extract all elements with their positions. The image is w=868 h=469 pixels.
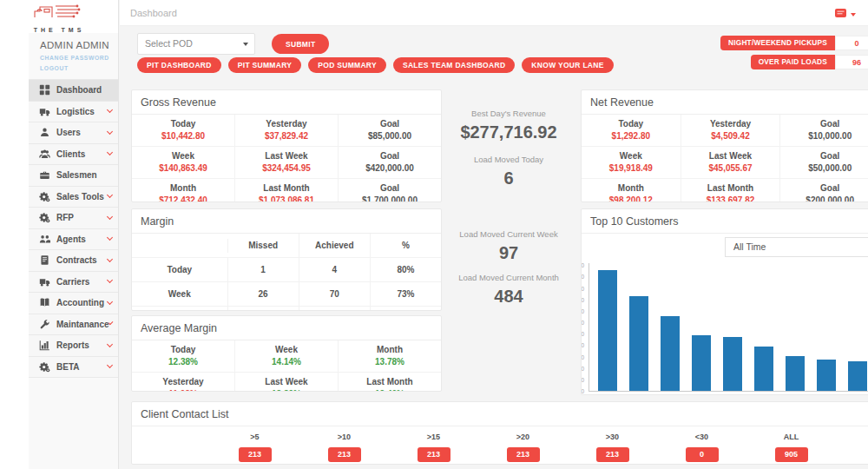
bar (754, 347, 773, 391)
sidebar-item-clients[interactable]: Clients (29, 143, 118, 165)
bucket-count-button[interactable]: 213 (596, 447, 629, 462)
chevron-down-icon (107, 234, 113, 241)
gears-icon (39, 361, 50, 373)
achieved-value: 4 (299, 258, 371, 281)
sidebar-item-maintanance[interactable]: Maintanance (29, 314, 118, 335)
sidebar-item-reports[interactable]: Reports (29, 334, 118, 356)
cell-value: $50,000.00 (780, 163, 868, 173)
sidebar-item-beta[interactable]: BETA (29, 356, 118, 378)
bucket-count-button[interactable]: 905 (775, 447, 808, 462)
cell-value: $712,432.40 (132, 195, 234, 202)
table-cell: Goal$50,000.00 (780, 147, 868, 178)
card-title: Client Contact List (132, 402, 868, 426)
percent-value: 73% (371, 307, 441, 311)
sidebar-item-agents[interactable]: Agents (29, 228, 118, 250)
table-cell: Month13.78% (339, 340, 441, 372)
table-row: Week267073% (132, 282, 441, 307)
pit-summary-button[interactable]: PIT SUMMARY (228, 57, 302, 73)
card-title: Average Margin (132, 316, 441, 340)
stat-value: $277,716.92 (439, 122, 578, 142)
sidebar-item-dashboard[interactable]: Dashboard (29, 79, 118, 101)
messages-menu[interactable] (835, 7, 856, 23)
table-cell: Month$712,432.40 (132, 179, 235, 202)
people-icon (39, 234, 50, 245)
sidebar-item-rfp[interactable]: RFP (29, 207, 118, 228)
briefcase-icon (39, 169, 50, 181)
contact-bucket: >20213 (478, 426, 568, 462)
cell-header: Today (132, 119, 234, 129)
cell-value: $324,454.95 (235, 163, 338, 173)
percent-value: 80% (371, 258, 441, 281)
y-tick-label: 4000000 (581, 366, 584, 372)
change-password-link[interactable]: CHANGE PASSWORD (40, 55, 113, 61)
card-title: Margin (132, 209, 441, 234)
top10-bar-chart: 0200000040000006000000800000010000000120… (589, 263, 868, 392)
bucket-label: >20 (478, 433, 568, 441)
cell-value: 14.14% (235, 357, 338, 367)
sidebar-panel: ADMIN ADMIN CHANGE PASSWORD LOGOUT Dashb… (29, 33, 118, 469)
sidebar-item-salesmen[interactable]: Salesmen (29, 164, 118, 186)
cell-header: Last Week (681, 151, 780, 161)
y-tick-label: 18000000 (581, 286, 584, 292)
bucket-count-button[interactable]: 213 (418, 447, 450, 462)
sales-team-dashboard-button[interactable]: SALES TEAM DASHBOARD (393, 57, 515, 73)
sidebar-item-carriers[interactable]: Carriers (29, 271, 118, 293)
sidebar-filler (29, 377, 118, 469)
sidebar-item-logistics[interactable]: Logistics (29, 101, 118, 122)
pod-select-value: Select POD (145, 38, 193, 49)
cell-value: 12.38% (132, 357, 234, 367)
bucket-count-button[interactable]: 213 (507, 447, 540, 462)
time-range-select[interactable]: All Time (725, 237, 868, 257)
sidebar-item-sales-tools[interactable]: Sales Tools (29, 186, 118, 208)
pod-summary-button[interactable]: POD SUMMARY (308, 57, 386, 73)
table-cell: Today12.38% (132, 340, 235, 372)
cell-header: Yesterday (235, 119, 338, 129)
bar (692, 335, 711, 391)
logout-link[interactable]: LOGOUT (40, 65, 113, 71)
sidebar-item-contracts[interactable]: Contracts (29, 249, 118, 271)
y-tick-label: 0 (581, 388, 584, 394)
cell-value: 11.92% (132, 389, 234, 392)
table-cell: Yesterday11.92% (132, 373, 235, 392)
submit-button[interactable]: SUBMIT (272, 34, 329, 54)
bucket-label: >5 (210, 433, 299, 441)
table-cell: Goal$10,000.00 (780, 115, 868, 146)
sidebar-item-label: Reports (56, 340, 89, 350)
sidebar-item-users[interactable]: Users (29, 122, 118, 143)
know-your-lane-button[interactable]: KNOW YOUR LANE (522, 57, 613, 73)
best-day-revenue-stat: Best Day's Revenue $277,716.92 (439, 109, 578, 142)
load-moved-week-stat: Load Moved Current Week 97 (439, 229, 578, 263)
pod-select[interactable]: Select POD (137, 33, 255, 55)
cell-header: Week (235, 345, 338, 354)
main-content: Select POD SUBMIT PIT DASHBOARDPIT SUMMA… (120, 26, 868, 469)
bucket-count-button[interactable]: 0 (686, 447, 719, 462)
header-cell (132, 239, 228, 253)
chevron-down-icon (107, 299, 113, 305)
sidebar-item-accounting[interactable]: Accounting (29, 292, 118, 314)
badge-value: 96 (835, 55, 868, 69)
caret-down-icon (851, 13, 856, 17)
bucket-count-button[interactable]: 213 (239, 447, 272, 462)
top10-customers-card: Top 10 Customers All Time 02000000400000… (581, 208, 868, 395)
sidebar-item-label: Dashboard (56, 85, 102, 95)
truck-icon (39, 106, 50, 117)
cell-header: Last Month (339, 377, 441, 386)
night-weekend-pickups-badge[interactable]: NIGHT/WEEKEND PICKUPS 0 (720, 36, 868, 50)
stat-value: 484 (439, 287, 578, 307)
pit-dashboard-button[interactable]: PIT DASHBOARD (137, 57, 221, 73)
header-cell: Achieved (299, 234, 371, 257)
table-cell: Today$1,292.80 (582, 115, 681, 146)
contact-list-row: >5213>10213>15213>20213>30213<300ALL905 (210, 426, 868, 462)
cell-value: $10,442.80 (132, 131, 234, 141)
chart-plot-area (589, 263, 868, 392)
y-tick-label: 6000000 (581, 354, 584, 360)
row-label: Month (132, 307, 228, 311)
bucket-count-button[interactable]: 213 (328, 447, 361, 462)
sidebar-item-label: Agents (56, 234, 86, 244)
logo-text: THE TMS (34, 27, 85, 33)
chevron-down-icon (107, 149, 113, 155)
cell-value: $1,700,000.00 (339, 195, 441, 202)
over-paid-loads-badge[interactable]: OVER PAID LOADS 96 (751, 55, 868, 69)
sidebar-item-label: BETA (56, 362, 79, 372)
chevron-down-icon (107, 107, 113, 113)
